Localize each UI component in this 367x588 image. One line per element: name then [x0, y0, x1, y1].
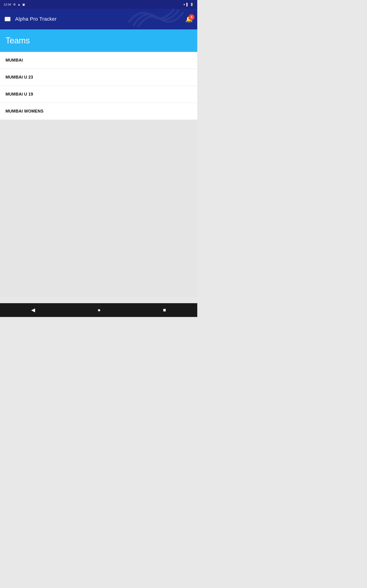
team-name-label: MUMBAI — [6, 58, 23, 63]
bottom-navigation: ◀ ● ■ — [0, 303, 197, 317]
home-icon: ● — [98, 307, 100, 313]
status-bar-left: 12:34 ⚙ ▲ ▣ — [4, 3, 25, 6]
home-button[interactable]: ● — [91, 305, 107, 315]
status-bar-right: ▾ ▌ 🔋 — [184, 3, 194, 6]
section-title: Teams — [6, 36, 30, 45]
menu-button[interactable] — [5, 17, 10, 21]
wifi-icon: ▾ — [184, 3, 185, 6]
back-button[interactable]: ◀ — [24, 305, 42, 315]
notification-button[interactable]: 🔔 0 — [185, 16, 193, 23]
android-icon: ▲ — [18, 3, 21, 6]
teams-list: MUMBAIMUMBAI U 23MUMBAI U 19MUMBAI WOMEN… — [0, 52, 197, 120]
team-name-label: MUMBAI U 19 — [6, 92, 33, 97]
app-title: Alpha Pro Tracker — [15, 16, 57, 22]
team-name-label: MUMBAI WOMENS — [6, 109, 44, 114]
recents-button[interactable]: ■ — [156, 305, 173, 315]
team-list-item[interactable]: MUMBAI U 19 — [0, 86, 197, 103]
app-bar-left: Alpha Pro Tracker — [5, 16, 57, 22]
app-bar-decoration — [126, 9, 186, 27]
section-header: Teams — [0, 29, 197, 52]
app-bar: Alpha Pro Tracker 🔔 0 — [0, 9, 197, 29]
team-list-item[interactable]: MUMBAI — [0, 52, 197, 69]
team-list-item[interactable]: MUMBAI U 23 — [0, 69, 197, 86]
sim-icon: ▣ — [22, 3, 25, 6]
app-bar-right: 🔔 0 — [185, 16, 193, 23]
empty-area — [0, 120, 197, 297]
signal-icon: ▌ — [186, 3, 189, 6]
recents-icon: ■ — [163, 307, 166, 313]
status-bar: 12:34 ⚙ ▲ ▣ ▾ ▌ 🔋 — [0, 0, 197, 9]
settings-icon: ⚙ — [13, 3, 16, 6]
notification-badge: 0 — [189, 14, 194, 20]
team-name-label: MUMBAI U 23 — [6, 75, 33, 80]
back-icon: ◀ — [31, 307, 35, 313]
team-list-item[interactable]: MUMBAI WOMENS — [0, 103, 197, 120]
battery-icon: 🔋 — [190, 3, 194, 6]
time-display: 12:34 — [4, 3, 11, 6]
